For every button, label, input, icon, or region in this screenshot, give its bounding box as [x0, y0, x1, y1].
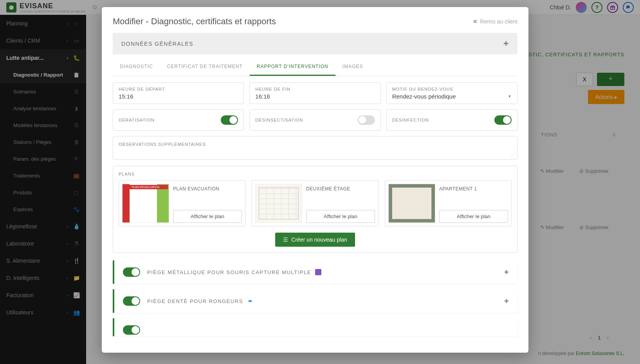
field-value: 16:16 — [255, 93, 375, 100]
remis-toggle[interactable]: ✖ Remis au client — [473, 18, 517, 25]
desinfection-toggle[interactable] — [494, 115, 512, 125]
field-label: HEURE DE FIN — [255, 87, 375, 91]
plus-icon: ✚ — [504, 269, 509, 275]
resize-handle-icon[interactable]: ⋰ — [511, 152, 516, 158]
motif-select[interactable]: MOTIF DU RENDEZ-VOUS Rendez-vous périodi… — [386, 82, 517, 104]
tab-rapport[interactable]: RAPPORT D'INTERVENTION — [250, 58, 335, 76]
create-plan-button[interactable]: ☰ Créer un nouveau plan — [275, 233, 355, 247]
toggle-label: DÉRATISATION — [119, 118, 155, 122]
tab-images[interactable]: IMAGES — [335, 58, 370, 76]
select-value: Rendez-vous périodique — [392, 93, 456, 100]
trap-label: PIÈGE DENTÉ POUR RONGEURS — [147, 298, 243, 304]
trap-toggle[interactable] — [123, 267, 140, 277]
trap-panel[interactable] — [113, 318, 517, 336]
edit-modal: Modifier - Diagnostic, certificats et ra… — [102, 7, 528, 353]
close-icon: ✖ — [473, 18, 478, 25]
field-label: MOTIF DU RENDEZ-VOUS — [392, 87, 512, 91]
desinsectisation-toggle[interactable] — [358, 115, 375, 125]
trap-toggle[interactable] — [123, 325, 140, 335]
plan-card: DEUXIÈME ÉTAGE Afficher le plan — [252, 180, 379, 226]
toggle-label: DÉSINFECTION — [392, 118, 429, 122]
plan-thumbnail-icon — [255, 184, 302, 223]
show-plan-button[interactable]: Afficher le plan — [439, 210, 508, 223]
trap-toggle[interactable] — [123, 296, 140, 306]
plus-icon: ✚ — [503, 40, 509, 47]
tab-certificat[interactable]: CERTIFICAT DE TRAITEMENT — [160, 58, 250, 76]
tab-diagnostic[interactable]: DIAGNOSTIC — [113, 58, 160, 76]
plan-card: PLAN EVACUATION Afficher le plan — [119, 180, 245, 226]
field-label: OBSERVATIONS SUPPLÉMENTAIRES — [119, 142, 512, 147]
plan-thumbnail-icon — [388, 184, 435, 223]
plus-icon: ✚ — [504, 298, 509, 304]
desinfection-toggle-field: DÉSINFECTION — [386, 109, 517, 131]
show-plan-button[interactable]: Afficher le plan — [306, 210, 375, 223]
desinsectisation-toggle-field: DÉSINSECTISATION — [249, 109, 380, 131]
heure-depart-field[interactable]: HEURE DE DÉPART 15:16 — [113, 82, 244, 104]
panel-general-data[interactable]: DONNÉES GÉNÉRALES ✚ — [113, 33, 517, 54]
show-plan-button[interactable]: Afficher le plan — [173, 210, 242, 223]
tabs: DIAGNOSTIC CERTIFICAT DE TRAITEMENT RAPP… — [113, 58, 517, 76]
plan-title: APARTEMENT 1 — [439, 184, 508, 192]
plan-thumbnail-icon — [122, 184, 169, 223]
trap-type-icon — [315, 269, 321, 275]
plan-card: APARTEMENT 1 Afficher le plan — [385, 180, 512, 226]
trap-label: PIÈGE MÉTALLIQUE POUR SOURIS CAPTURE MUL… — [147, 269, 311, 275]
section-label: PLANS — [119, 172, 512, 176]
plan-title: DEUXIÈME ÉTAGE — [306, 184, 375, 192]
heure-fin-field[interactable]: HEURE DE FIN 16:16 — [249, 82, 380, 104]
toggle-label: DÉSINSECTISATION — [255, 118, 303, 122]
deratisation-toggle-field: DÉRATISATION — [113, 109, 244, 131]
observations-textarea[interactable]: OBSERVATIONS SUPPLÉMENTAIRES ⋰ — [113, 136, 517, 160]
plan-title: PLAN EVACUATION — [173, 184, 242, 192]
trap-panel[interactable]: PIÈGE DENTÉ POUR RONGEURS ✚ — [113, 289, 517, 313]
list-icon: ☰ — [283, 237, 288, 243]
trap-panel[interactable]: PIÈGE MÉTALLIQUE POUR SOURIS CAPTURE MUL… — [113, 260, 517, 284]
plans-section: PLANS PLAN EVACUATION Afficher le plan D… — [113, 166, 517, 253]
modal-title: Modifier - Diagnostic, certificats et ra… — [113, 16, 276, 27]
chevron-down-icon: ▼ — [508, 94, 512, 99]
field-value: 15:16 — [119, 93, 238, 100]
trap-type-icon — [247, 298, 253, 304]
deratisation-toggle[interactable] — [221, 115, 238, 125]
field-label: HEURE DE DÉPART — [119, 87, 238, 91]
